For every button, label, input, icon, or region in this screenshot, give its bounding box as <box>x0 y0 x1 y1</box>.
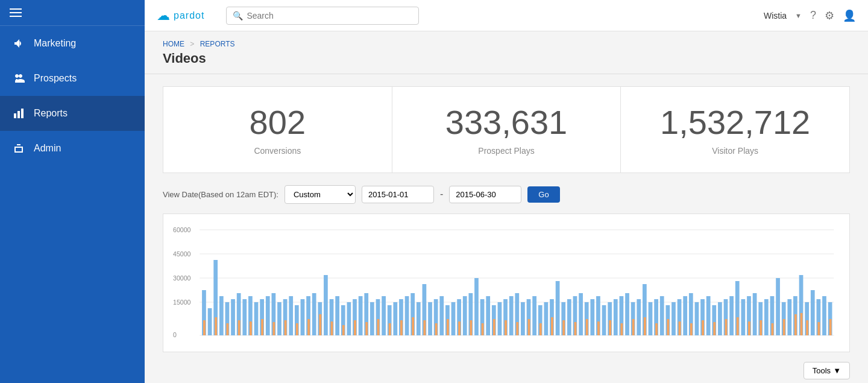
stat-card-conversions: 802 Conversions <box>163 86 392 173</box>
date-from-input[interactable] <box>362 186 434 203</box>
search-icon: 🔍 <box>233 11 243 21</box>
svg-rect-149 <box>516 322 518 335</box>
breadcrumb-home[interactable]: HOME <box>163 40 184 48</box>
tools-button-label: Tools <box>813 366 831 375</box>
content-area: HOME > REPORTS Videos 802 Conversions 33… <box>145 31 868 383</box>
svg-rect-110 <box>764 299 769 335</box>
svg-rect-84 <box>614 299 618 335</box>
svg-rect-131 <box>307 319 310 335</box>
bar-chart-icon <box>12 107 25 120</box>
stat-number-visitor-plays: 1,532,712 <box>645 104 825 141</box>
svg-rect-118 <box>811 290 815 335</box>
tools-button[interactable]: Tools ▼ <box>804 362 850 379</box>
svg-rect-142 <box>435 323 438 335</box>
svg-rect-125 <box>238 320 241 335</box>
svg-rect-148 <box>505 320 507 335</box>
svg-rect-138 <box>389 323 391 335</box>
svg-rect-28 <box>289 296 293 335</box>
svg-rect-2 <box>21 109 24 118</box>
date-range-select[interactable]: Custom Today Yesterday Last 7 Days Last … <box>285 185 356 204</box>
svg-rect-122 <box>203 320 206 335</box>
svg-rect-171 <box>772 323 774 335</box>
stats-row: 802 Conversions 333,631 Prospect Plays 1… <box>145 74 868 185</box>
sidebar-item-admin[interactable]: Admin <box>0 131 145 166</box>
svg-rect-145 <box>470 320 472 335</box>
svg-rect-80 <box>590 299 594 335</box>
svg-rect-102 <box>718 302 722 335</box>
svg-rect-32 <box>312 293 316 335</box>
svg-rect-137 <box>377 319 380 335</box>
hamburger-button[interactable] <box>10 8 22 17</box>
svg-rect-52 <box>428 302 432 335</box>
svg-rect-92 <box>660 296 664 335</box>
tools-row: Tools ▼ <box>145 362 868 383</box>
svg-rect-176 <box>817 322 820 335</box>
date-to-input[interactable] <box>449 186 521 203</box>
svg-rect-60 <box>474 278 479 335</box>
svg-rect-64 <box>498 302 502 335</box>
svg-rect-174 <box>800 313 803 335</box>
svg-rect-146 <box>482 323 484 335</box>
logo: ☁ pardot <box>157 8 204 24</box>
svg-rect-161 <box>655 323 658 335</box>
stat-label-conversions: Conversions <box>187 146 368 156</box>
svg-rect-70 <box>532 296 536 335</box>
svg-rect-14 <box>208 308 212 335</box>
svg-rect-16 <box>219 296 224 335</box>
svg-rect-34 <box>324 275 328 335</box>
svg-rect-114 <box>787 299 791 335</box>
svg-rect-124 <box>226 323 228 335</box>
svg-rect-147 <box>493 319 495 335</box>
svg-text:15000: 15000 <box>173 298 190 305</box>
chevron-down-icon[interactable]: ▼ <box>795 12 802 19</box>
breadcrumb-reports[interactable]: REPORTS <box>200 40 235 48</box>
date-filter-label: View Date(Based on 12am EDT): <box>163 190 278 199</box>
svg-rect-157 <box>609 320 611 335</box>
search-input[interactable] <box>247 11 412 21</box>
tools-dropdown-icon: ▼ <box>833 366 841 375</box>
svg-rect-40 <box>359 296 363 335</box>
svg-rect-36 <box>335 296 339 335</box>
svg-rect-86 <box>625 293 629 335</box>
svg-rect-164 <box>690 323 693 335</box>
svg-rect-104 <box>729 296 734 335</box>
svg-rect-22 <box>254 302 259 335</box>
sidebar-item-prospects[interactable]: Prospects <box>0 61 145 96</box>
settings-icon[interactable]: ⚙ <box>825 9 834 22</box>
svg-rect-154 <box>574 322 577 335</box>
briefcase-icon <box>12 142 25 155</box>
svg-rect-134 <box>342 325 345 335</box>
main-area: ☁ pardot 🔍 Wistia ▼ ? ⚙ 👤 HOME > REPORTS… <box>145 0 868 383</box>
svg-rect-38 <box>347 302 351 335</box>
sidebar-item-reports[interactable]: Reports <box>0 96 145 131</box>
svg-text:30000: 30000 <box>173 274 190 281</box>
svg-rect-136 <box>365 322 368 335</box>
svg-rect-30 <box>301 299 305 335</box>
svg-rect-88 <box>637 299 641 335</box>
org-name: Wistia <box>764 11 787 21</box>
svg-rect-26 <box>277 302 281 335</box>
sidebar-item-marketing[interactable]: Marketing <box>0 26 145 61</box>
svg-rect-44 <box>382 296 386 335</box>
svg-rect-106 <box>741 299 746 335</box>
svg-rect-143 <box>447 319 449 335</box>
svg-rect-168 <box>737 317 739 335</box>
user-icon[interactable]: 👤 <box>843 9 856 22</box>
svg-rect-165 <box>702 320 704 335</box>
svg-rect-167 <box>725 319 728 335</box>
help-icon[interactable]: ? <box>810 9 816 22</box>
page-title: Videos <box>163 51 850 66</box>
svg-rect-100 <box>706 296 711 335</box>
breadcrumb-separator: > <box>190 40 194 48</box>
go-button[interactable]: Go <box>527 186 559 203</box>
chart-area: 60000 45000 30000 15000 0 <box>163 214 850 352</box>
topbar: ☁ pardot 🔍 Wistia ▼ ? ⚙ 👤 <box>145 0 868 31</box>
svg-rect-1 <box>17 111 20 118</box>
svg-rect-48 <box>405 296 409 335</box>
svg-rect-66 <box>509 296 514 335</box>
search-bar[interactable]: 🔍 <box>226 7 419 25</box>
stat-card-prospect-plays: 333,631 Prospect Plays <box>392 86 621 173</box>
sidebar: Marketing Prospects Reports <box>0 0 145 383</box>
salesforce-cloud-logo: ☁ <box>157 8 170 24</box>
svg-rect-126 <box>250 321 252 335</box>
